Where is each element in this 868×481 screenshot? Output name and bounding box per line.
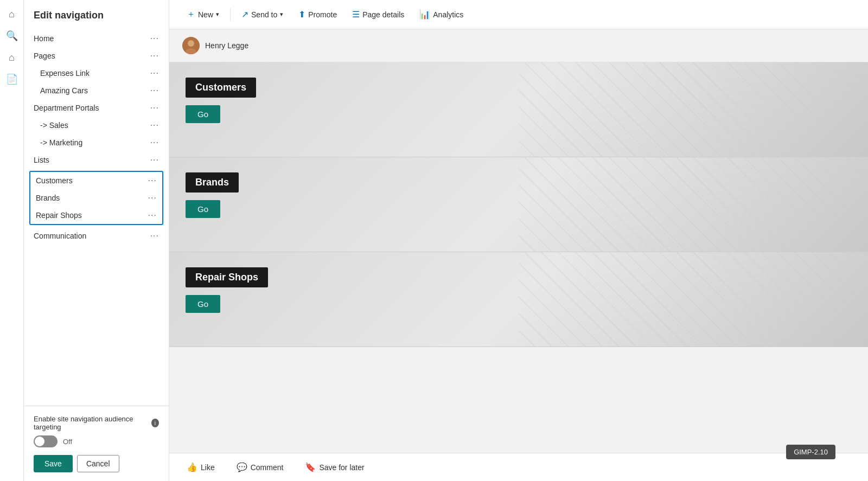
promote-label: Promote [308, 10, 337, 19]
page-content: Henry Legge Customers Go Brands Go [169, 29, 868, 453]
nav-item-sales[interactable]: -> Sales ··· [24, 117, 169, 134]
apps-icon[interactable]: ⌂ [2, 48, 22, 67]
nav-item-dept[interactable]: Department Portals ··· [24, 99, 169, 117]
nav-item-marketing[interactable]: -> Marketing ··· [24, 134, 169, 151]
nav-item-amazingcars-label: Amazing Cars [40, 86, 88, 95]
analytics-button[interactable]: 📊 Analytics [413, 6, 470, 23]
cancel-button[interactable]: Cancel [77, 455, 119, 472]
nav-item-expenses-menu[interactable]: ··· [150, 68, 159, 78]
new-chevron-icon: ▾ [216, 11, 219, 18]
info-icon[interactable]: i [151, 419, 159, 427]
toolbar-sep-1 [230, 8, 231, 21]
nav-item-dept-menu[interactable]: ··· [150, 103, 159, 113]
nav-item-expenses[interactable]: Expenses Link ··· [24, 65, 169, 82]
send-to-button[interactable]: ↗ Send to ▾ [235, 6, 290, 23]
nav-item-expenses-label: Expenses Link [40, 69, 90, 78]
nav-item-dept-label: Department Portals [34, 104, 99, 112]
nav-item-customers-label: Customers [36, 176, 73, 185]
card-repairshops-go[interactable]: Go [186, 295, 220, 313]
nav-item-amazingcars[interactable]: Amazing Cars ··· [24, 82, 169, 99]
avatar [182, 37, 200, 54]
nav-item-pages[interactable]: Pages ··· [24, 47, 169, 65]
card-customers: Customers Go [169, 62, 868, 157]
gimp-badge: GIMP-2.10 [786, 445, 835, 459]
svg-point-1 [188, 40, 194, 47]
nav-item-customers-menu[interactable]: ··· [148, 176, 157, 185]
toggle-state-label: Off [63, 438, 72, 446]
like-label: Like [201, 463, 215, 472]
plus-icon: ＋ [187, 9, 195, 20]
user-name: Henry Legge [205, 41, 248, 50]
nav-item-home-label: Home [34, 34, 54, 43]
card-brands: Brands Go [169, 157, 868, 252]
card-customers-go[interactable]: Go [186, 105, 220, 123]
toolbar: ＋ New ▾ ↗ Send to ▾ ⬆ Promote ☰ Page det… [169, 0, 868, 29]
home-icon[interactable]: ⌂ [2, 4, 22, 24]
nav-panel: Edit navigation Home ··· Pages ··· Expen… [24, 0, 169, 481]
user-bar: Henry Legge [169, 29, 868, 62]
nav-panel-title: Edit navigation [24, 0, 169, 30]
nav-item-pages-label: Pages [34, 52, 55, 60]
send-to-label: Send to [251, 10, 277, 19]
card-brands-title: Brands [186, 172, 239, 193]
nav-item-marketing-label: -> Marketing [40, 138, 82, 147]
card-bg-pattern-3 [519, 252, 868, 347]
comment-button[interactable]: 💬 Comment [232, 460, 288, 474]
promote-icon: ⬆ [298, 9, 305, 20]
page-details-button[interactable]: ☰ Page details [346, 6, 411, 23]
nav-item-brands[interactable]: Brands ··· [30, 189, 162, 207]
icon-rail: ⌂ 🔍 ⌂ 📄 [0, 0, 24, 481]
nav-item-communication[interactable]: Communication ··· [24, 227, 169, 245]
nav-item-communication-label: Communication [34, 232, 86, 240]
nav-targeting-label: Enable site navigation audience targetin… [34, 415, 159, 431]
bookmark-icon: 🔖 [305, 462, 316, 472]
save-button[interactable]: Save [34, 455, 73, 472]
nav-item-repairshops-menu[interactable]: ··· [148, 210, 157, 220]
card-brands-content: Brands Go [186, 172, 239, 218]
nav-item-brands-menu[interactable]: ··· [148, 193, 157, 203]
toggle-knob [35, 437, 44, 446]
nav-item-customers[interactable]: Customers ··· [30, 172, 162, 189]
nav-item-marketing-menu[interactable]: ··· [150, 138, 159, 147]
nav-item-home-menu[interactable]: ··· [150, 34, 159, 43]
like-button[interactable]: 👍 Like [182, 460, 219, 474]
nav-selected-group: Customers ··· Brands ··· Repair Shops ··… [29, 171, 163, 225]
nav-item-amazingcars-menu[interactable]: ··· [150, 86, 159, 95]
card-bg-pattern-2 [519, 157, 868, 252]
like-icon: 👍 [187, 462, 197, 472]
comment-icon: 💬 [237, 462, 247, 472]
new-button[interactable]: ＋ New ▾ [180, 5, 226, 23]
nav-item-lists[interactable]: Lists ··· [24, 151, 169, 169]
page-details-icon: ☰ [352, 9, 360, 20]
analytics-icon: 📊 [419, 9, 430, 20]
card-brands-go[interactable]: Go [186, 200, 220, 218]
pages-icon[interactable]: 📄 [2, 69, 22, 89]
nav-item-brands-label: Brands [36, 194, 60, 202]
sendto-chevron-icon: ▾ [280, 11, 283, 18]
card-repairshops: Repair Shops Go [169, 252, 868, 347]
nav-bottom: Enable site navigation audience targetin… [24, 406, 169, 481]
comment-label: Comment [251, 463, 284, 472]
save-cancel-row: Save Cancel [34, 455, 159, 472]
card-repairshops-title: Repair Shops [186, 267, 268, 287]
nav-item-sales-label: -> Sales [40, 121, 68, 130]
save-for-later-button[interactable]: 🔖 Save for later [301, 460, 368, 474]
card-repairshops-content: Repair Shops Go [186, 267, 268, 313]
nav-item-communication-menu[interactable]: ··· [150, 231, 159, 241]
send-icon: ↗ [241, 9, 248, 20]
nav-item-home[interactable]: Home ··· [24, 30, 169, 47]
cards-area: Customers Go Brands Go Repair Shops Go [169, 62, 868, 347]
main-content: ＋ New ▾ ↗ Send to ▾ ⬆ Promote ☰ Page det… [169, 0, 868, 481]
promote-button[interactable]: ⬆ Promote [292, 6, 343, 23]
card-customers-title: Customers [186, 78, 256, 98]
nav-item-pages-menu[interactable]: ··· [150, 51, 159, 61]
targeting-toggle[interactable] [34, 435, 58, 447]
bottom-bar: 👍 Like 💬 Comment 🔖 Save for later [169, 453, 868, 481]
nav-item-sales-menu[interactable]: ··· [150, 120, 159, 130]
search-icon[interactable]: 🔍 [2, 26, 22, 46]
nav-item-lists-menu[interactable]: ··· [150, 155, 159, 165]
toggle-row: Off [34, 435, 159, 447]
card-bg-pattern-1 [519, 62, 868, 157]
analytics-label: Analytics [433, 10, 463, 19]
nav-item-repairshops[interactable]: Repair Shops ··· [30, 207, 162, 224]
